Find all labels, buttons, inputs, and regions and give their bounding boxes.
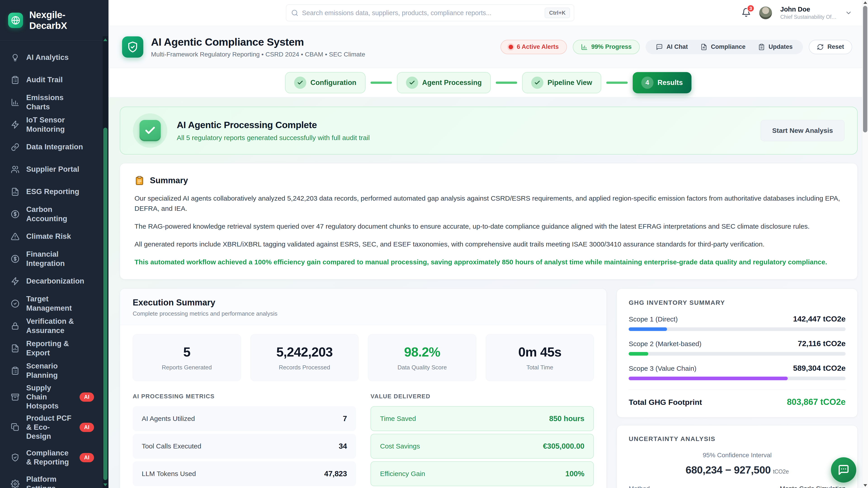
document-icon (701, 43, 707, 51)
summary-paragraph: All generated reports include XBRL/iXBRL… (134, 239, 843, 249)
value-row-cost-savings: Cost Savings €305,000.00 (370, 434, 594, 459)
compliance-button[interactable]: Compliance (701, 43, 745, 51)
chevron-down-icon[interactable] (845, 9, 852, 17)
page-subtitle: Multi-Framework Regulatory Reporting • C… (151, 51, 365, 58)
clipboard-list-icon (11, 76, 20, 84)
success-banner: AI Agentic Processing Complete All 5 reg… (120, 107, 858, 155)
notifications-button[interactable]: 3 (741, 8, 751, 18)
clipboard-icon (758, 43, 765, 51)
bar-chart-icon (11, 98, 20, 107)
step-results[interactable]: 4 Results (633, 72, 691, 93)
step-pipeline-view[interactable]: Pipeline View (522, 72, 601, 93)
summary-header: Summary (134, 175, 843, 186)
stats-grid: 5 Reports Generated 5,242,203 Records Pr… (133, 334, 594, 381)
sidebar-item-target-management[interactable]: Target Management (0, 292, 108, 315)
notification-count-badge: 3 (747, 4, 754, 12)
chat-bubble-icon (656, 43, 663, 51)
metric-row-llm-tokens: LLM Tokens Used 47,823 (133, 461, 356, 486)
avatar[interactable] (759, 6, 772, 20)
clipboard-list-icon (11, 366, 20, 375)
sidebar-scrollbar[interactable] (103, 36, 108, 488)
success-check-icon (140, 120, 161, 141)
ghg-row-scope1: Scope 1 (Direct) 142,447 tCO2e (629, 315, 846, 331)
ai-chat-button[interactable]: AI Chat (656, 43, 688, 51)
page-scrollbar[interactable] (862, 0, 868, 488)
page-scrollbar-thumb[interactable] (863, 6, 867, 132)
zap-icon (11, 277, 20, 286)
sidebar-item-decarbonization[interactable]: Decarbonization (0, 270, 108, 292)
reset-button[interactable]: Reset (809, 40, 852, 54)
progress-badge[interactable]: 99% Progress (573, 40, 640, 54)
stat-data-quality-score: 98.2% Data Quality Score (368, 334, 476, 381)
sidebar-item-verification-assurance[interactable]: Verification & Assurance (0, 315, 108, 337)
user-role: Chief Sustainability Offic... (780, 14, 837, 20)
sidebar-item-scenario-planning[interactable]: Scenario Planning (0, 359, 108, 382)
scope3-progress-track (629, 377, 846, 380)
global-search[interactable]: Ctrl+K (286, 4, 574, 21)
shield-check-icon (122, 36, 143, 58)
sidebar-item-ai-analytics[interactable]: AI Analytics (0, 46, 108, 69)
search-input[interactable] (302, 9, 545, 17)
sidebar-item-climate-risk[interactable]: Climate Risk (0, 225, 108, 248)
dollar-circle-icon (11, 255, 20, 263)
step-agent-processing[interactable]: Agent Processing (397, 72, 491, 93)
header-tools-group: AI Chat Compliance Updates (646, 40, 803, 54)
value-row-time-saved: Time Saved 850 hours (370, 406, 594, 431)
scope2-progress-fill (629, 352, 648, 356)
sidebar-item-carbon-accounting[interactable]: Carbon Accounting (0, 203, 108, 225)
dashboard-row: Execution Summary Complete processing me… (120, 289, 858, 488)
stat-records-processed: 5,242,203 Records Processed (250, 334, 359, 381)
sidebar-item-compliance-reporting[interactable]: Compliance & Reporting AI (0, 442, 108, 473)
updates-button[interactable]: Updates (758, 43, 793, 51)
metric-row-tool-calls: Tool Calls Executed 34 (133, 434, 356, 459)
refresh-icon (817, 43, 824, 51)
sidebar: Nexgile-DecarbX AI Analytics Audit Trail… (0, 0, 108, 488)
summary-card: Summary Our specialized AI agents collab… (120, 163, 858, 280)
sidebar-item-data-integration[interactable]: Data Integration (0, 136, 108, 158)
check-icon (406, 76, 418, 89)
summary-highlight: This automated workflow achieved a 100% … (134, 257, 843, 267)
confidence-interval-label: 95% Confidence Interval (629, 452, 846, 459)
sidebar-item-platform-settings[interactable]: Platform Settings (0, 473, 108, 488)
sidebar-item-esg-reporting[interactable]: ESG Reporting (0, 181, 108, 203)
uncertainty-heading: UNCERTAINTY ANALYSIS (629, 435, 846, 443)
brand-logo (8, 13, 23, 28)
archive-icon (11, 393, 20, 401)
banner-title: AI Agentic Processing Complete (177, 120, 370, 130)
ai-processing-metrics-column: AI PROCESSING METRICS AI Agents Utilized… (133, 393, 356, 488)
step-configuration[interactable]: Configuration (285, 72, 365, 93)
ghg-heading: GHG INVENTORY SUMMARY (629, 299, 846, 306)
execution-summary-title: Execution Summary (133, 298, 594, 307)
scroll-up-arrow-icon[interactable] (864, 1, 867, 4)
sidebar-item-emissions-charts[interactable]: Emissions Charts (0, 91, 108, 113)
start-new-analysis-button[interactable]: Start New Analysis (761, 120, 844, 141)
sidebar-scrollbar-thumb[interactable] (103, 128, 107, 480)
sidebar-item-financial-integration[interactable]: Financial Integration (0, 248, 108, 270)
ai-badge: AI (80, 392, 94, 402)
sidebar-item-iot-sensor-monitoring[interactable]: IoT Sensor Monitoring (0, 113, 108, 136)
sidebar-item-reporting-export[interactable]: Reporting & Export (0, 337, 108, 359)
scroll-down-arrow-icon[interactable] (103, 484, 107, 486)
ai-badge: AI (80, 423, 94, 432)
chat-fab-button[interactable] (831, 457, 856, 483)
lightbulb-icon (11, 53, 20, 62)
summary-paragraph: The RAG-powered knowledge retrieval syst… (134, 221, 843, 231)
active-alerts-badge[interactable]: 6 Active Alerts (500, 40, 567, 54)
scroll-down-arrow-icon[interactable] (864, 484, 867, 487)
copy-icon (11, 423, 20, 431)
method-row: Method Monte Carlo Simulation (629, 485, 846, 488)
sidebar-item-audit-trail[interactable]: Audit Trail (0, 69, 108, 91)
step-number-badge: 4 (641, 76, 653, 89)
sidebar-item-supplier-portal[interactable]: Supplier Portal (0, 158, 108, 181)
sidebar-item-product-pcf-eco-design[interactable]: Product PCF & Eco-Design AI (0, 412, 108, 442)
sidebar-item-supply-chain-hotspots[interactable]: Supply Chain Hotspots AI (0, 382, 108, 412)
file-chart-icon (11, 188, 20, 196)
metrics-column-heading: AI PROCESSING METRICS (133, 393, 356, 400)
bar-chart-icon (581, 43, 588, 51)
scroll-up-arrow-icon[interactable] (103, 38, 107, 41)
brand[interactable]: Nexgile-DecarbX (0, 0, 108, 40)
main-content: AI Agentic Processing Complete All 5 reg… (108, 98, 868, 488)
step-connector (370, 82, 392, 84)
confidence-interval-range: 680,234 − 927,500tCO2e (629, 464, 846, 476)
ghg-inventory-card: GHG INVENTORY SUMMARY Scope 1 (Direct) 1… (617, 289, 858, 418)
